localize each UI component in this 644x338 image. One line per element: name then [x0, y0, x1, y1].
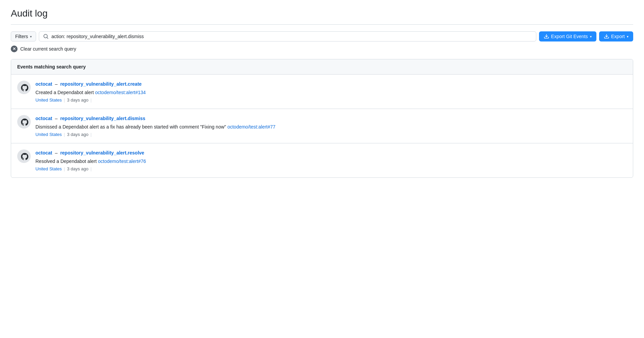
- results-box: Events matching search query octocat – r…: [11, 59, 633, 178]
- description-text: Resolved a Dependabot alert: [35, 159, 98, 164]
- alert-link[interactable]: octodemo/test:alert#134: [95, 90, 146, 95]
- avatar: [17, 81, 31, 94]
- user-link[interactable]: octocat: [35, 116, 52, 121]
- description-text: Created a Dependabot alert: [35, 90, 95, 95]
- clear-query-label: Clear current search query: [20, 46, 76, 52]
- event-meta: United States | 3 days ago |: [35, 166, 627, 171]
- dash: –: [55, 81, 59, 87]
- pipe-separator: |: [64, 132, 65, 137]
- event-meta: United States | 3 days ago |: [35, 97, 627, 103]
- event-title: octocat – repository_vulnerability_alert…: [35, 115, 627, 122]
- location-link[interactable]: United States: [35, 166, 62, 171]
- event-time: 3 days ago: [67, 132, 88, 137]
- filters-label: Filters: [15, 34, 28, 39]
- pipe-separator: |: [64, 166, 65, 171]
- page-title: Audit log: [11, 8, 633, 19]
- alert-link[interactable]: octodemo/test:alert#76: [98, 159, 146, 164]
- event-description: Dismissed a Dependabot alert as a fix ha…: [35, 123, 627, 131]
- dash: –: [55, 116, 59, 121]
- event-time: 3 days ago: [67, 166, 88, 171]
- export-chevron-icon: ▾: [627, 35, 628, 38]
- avatar: [17, 115, 31, 129]
- chevron-down-icon: ▾: [30, 35, 32, 38]
- location-link[interactable]: United States: [35, 97, 62, 103]
- table-row: octocat – repository_vulnerability_alert…: [11, 75, 633, 109]
- pipe-separator-2: |: [90, 132, 91, 137]
- clear-query-button[interactable]: ✕: [11, 46, 18, 52]
- filters-button[interactable]: Filters ▾: [11, 31, 36, 41]
- export-git-chevron-icon: ▾: [590, 35, 592, 38]
- event-description: Created a Dependabot alert octodemo/test…: [35, 89, 627, 96]
- octocat-avatar: [18, 81, 30, 93]
- title-divider: [11, 24, 633, 25]
- export-label: Export: [611, 34, 625, 39]
- user-link[interactable]: octocat: [35, 81, 52, 87]
- event-description: Resolved a Dependabot alert octodemo/tes…: [35, 158, 627, 165]
- pipe-separator-2: |: [90, 97, 91, 103]
- results-header: Events matching search query: [11, 59, 633, 75]
- export-git-events-button[interactable]: Export Git Events ▾: [539, 31, 596, 41]
- pipe-separator: |: [64, 97, 65, 103]
- toolbar: Filters ▾ Export Git Events ▾ Export ▾: [11, 31, 633, 41]
- event-time: 3 days ago: [67, 97, 88, 103]
- avatar: [17, 149, 31, 163]
- description-text: Dismissed a Dependabot alert as a fix ha…: [35, 124, 227, 130]
- action-link[interactable]: repository_vulnerability_alert.create: [60, 81, 141, 87]
- action-link[interactable]: repository_vulnerability_alert.dismiss: [60, 116, 145, 121]
- table-row: octocat – repository_vulnerability_alert…: [11, 143, 633, 177]
- event-content: octocat – repository_vulnerability_alert…: [35, 115, 627, 137]
- location-link[interactable]: United States: [35, 132, 62, 137]
- download-icon-2: [604, 34, 609, 39]
- event-title: octocat – repository_vulnerability_alert…: [35, 81, 627, 88]
- table-row: octocat – repository_vulnerability_alert…: [11, 109, 633, 143]
- download-icon: [544, 34, 549, 39]
- search-icon: [43, 34, 49, 39]
- dash: –: [55, 150, 59, 156]
- event-meta: United States | 3 days ago |: [35, 132, 627, 137]
- action-link[interactable]: repository_vulnerability_alert.resolve: [60, 150, 144, 156]
- octocat-avatar: [18, 150, 30, 162]
- clear-query-row: ✕ Clear current search query: [11, 46, 633, 52]
- search-wrapper: [39, 31, 536, 41]
- event-title: octocat – repository_vulnerability_alert…: [35, 149, 627, 157]
- alert-link[interactable]: octodemo/test:alert#77: [227, 124, 275, 130]
- event-content: octocat – repository_vulnerability_alert…: [35, 149, 627, 171]
- export-git-events-label: Export Git Events: [551, 34, 588, 39]
- pipe-separator-2: |: [90, 166, 91, 171]
- user-link[interactable]: octocat: [35, 150, 52, 156]
- octocat-avatar: [18, 116, 30, 128]
- search-input[interactable]: [51, 34, 532, 39]
- export-button[interactable]: Export ▾: [599, 31, 633, 41]
- event-content: octocat – repository_vulnerability_alert…: [35, 81, 627, 103]
